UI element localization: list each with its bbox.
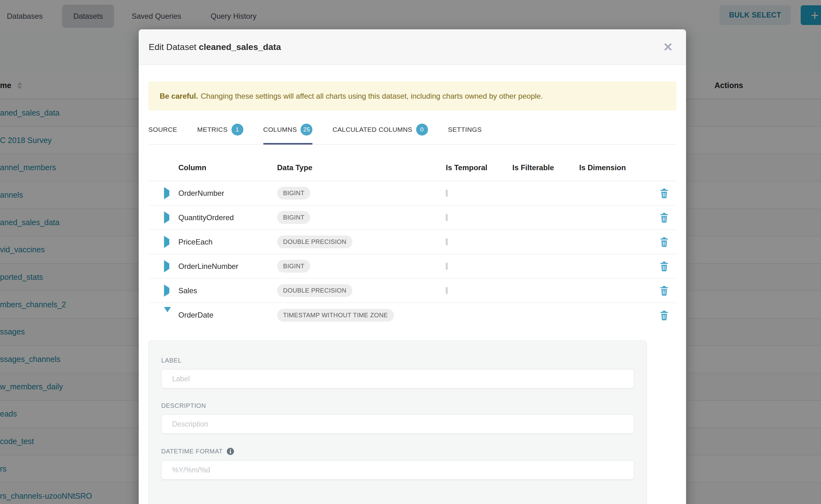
data-type-header: Data Type [277, 163, 446, 172]
column-name: Sales [178, 286, 197, 295]
edit-dataset-modal: Edit Dataset cleaned_sales_data ✕ Be car… [139, 29, 686, 504]
is-temporal-checkbox[interactable] [446, 287, 448, 294]
trash-icon [660, 237, 669, 247]
label-input[interactable] [161, 369, 634, 388]
tab-label: COLUMNS [263, 126, 297, 133]
description-field-group: DESCRIPTION [161, 402, 634, 434]
modal-body: Be careful. Changing these settings will… [139, 82, 686, 504]
trash-icon [660, 285, 669, 296]
delete-column-button[interactable] [660, 212, 669, 223]
info-icon[interactable] [226, 447, 234, 455]
trash-icon [660, 212, 669, 223]
tab-label: SETTINGS [448, 126, 482, 133]
expand-caret-icon[interactable] [164, 239, 169, 245]
delete-column-button[interactable] [660, 237, 669, 247]
tab-label: CALCULATED COLUMNS [332, 126, 412, 133]
warning-banner-text: Changing these settings will affect all … [201, 92, 543, 101]
delete-column-button[interactable] [660, 188, 669, 198]
is-dimension-header: Is Dimension [579, 163, 652, 172]
data-type-pill: TIMESTAMP WITHOUT TIME ZONE [277, 309, 394, 322]
tab-count-badge: 1 [231, 124, 243, 136]
tab-count-badge: 0 [416, 124, 428, 136]
is-temporal-checkbox[interactable] [446, 238, 448, 245]
column-row: PriceEach DOUBLE PRECISION [148, 230, 676, 254]
columns-table: Column Data Type Is Temporal Is Filterab… [148, 161, 676, 327]
is-temporal-header: Is Temporal [446, 163, 512, 172]
column-name: OrderNumber [178, 189, 224, 197]
expand-caret-icon[interactable] [164, 264, 169, 269]
trash-icon [660, 261, 669, 271]
description-input[interactable] [161, 414, 634, 434]
column-row: OrderNumber BIGINT [148, 181, 676, 205]
delete-column-button[interactable] [660, 261, 669, 271]
column-row: OrderDate TIMESTAMP WITHOUT TIME ZONE [148, 303, 676, 327]
data-type-pill: BIGINT [277, 187, 310, 200]
data-type-pill: DOUBLE PRECISION [277, 235, 352, 248]
column-row: Sales DOUBLE PRECISION [148, 279, 676, 303]
modal-title: Edit Dataset cleaned_sales_data [149, 42, 281, 52]
expand-caret-icon[interactable] [164, 288, 169, 294]
expand-caret-icon[interactable] [164, 190, 169, 196]
description-field-label: DESCRIPTION [161, 402, 206, 409]
is-filterable-header: Is Filterable [512, 163, 579, 172]
label-field-label: LABEL [161, 357, 181, 364]
column-name: QuantityOrdered [178, 213, 234, 222]
expand-caret-icon[interactable] [164, 215, 169, 220]
tab-count-badge: 25 [300, 124, 312, 136]
datetime-format-input[interactable] [161, 460, 634, 480]
tab[interactable]: SOURCE [148, 114, 177, 144]
delete-column-button[interactable] [660, 285, 669, 296]
columns-table-header: Column Data Type Is Temporal Is Filterab… [148, 161, 676, 181]
datetime-format-field-group: DATETIME FORMAT [161, 447, 634, 480]
is-temporal-checkbox[interactable] [446, 190, 448, 197]
trash-icon [660, 188, 669, 198]
column-row: QuantityOrdered BIGINT [148, 205, 676, 230]
modal-tabs: SOURCE METRICS 1 COLUMNS 25 CALCULATED C… [148, 114, 676, 145]
column-editor-panel: LABEL DESCRIPTION DATETIME FORMAT [148, 340, 647, 504]
modal-title-prefix: Edit Dataset [149, 42, 196, 52]
tab-label: SOURCE [148, 126, 177, 133]
column-name: OrderLineNumber [178, 262, 238, 270]
tab-label: METRICS [197, 126, 227, 133]
warning-banner-bold: Be careful. [160, 92, 198, 101]
data-type-pill: BIGINT [277, 260, 310, 273]
modal-header: Edit Dataset cleaned_sales_data ✕ [139, 29, 686, 65]
modal-dataset-name: cleaned_sales_data [199, 42, 281, 52]
tab[interactable]: CALCULATED COLUMNS 0 [332, 114, 428, 144]
datetime-format-field-label: DATETIME FORMAT [161, 448, 223, 455]
tab[interactable]: SETTINGS [448, 114, 482, 144]
data-type-pill: DOUBLE PRECISION [277, 284, 352, 297]
delete-column-button[interactable] [660, 310, 669, 320]
close-icon[interactable]: ✕ [663, 41, 673, 53]
data-type-pill: BIGINT [277, 211, 310, 224]
is-temporal-checkbox[interactable] [446, 263, 448, 270]
column-name: PriceEach [178, 238, 212, 246]
expand-caret-icon[interactable] [164, 312, 171, 318]
label-field-group: LABEL [161, 357, 634, 388]
warning-banner: Be careful. Changing these settings will… [148, 82, 676, 111]
column-header: Column [178, 163, 277, 172]
column-row: OrderLineNumber BIGINT [148, 254, 676, 279]
tab[interactable]: COLUMNS 25 [263, 114, 313, 144]
is-temporal-checkbox[interactable] [446, 214, 448, 221]
trash-icon [660, 310, 669, 320]
column-name: OrderDate [178, 311, 213, 319]
tab[interactable]: METRICS 1 [197, 114, 243, 144]
columns-table-rows: OrderNumber BIGINT [148, 181, 676, 327]
